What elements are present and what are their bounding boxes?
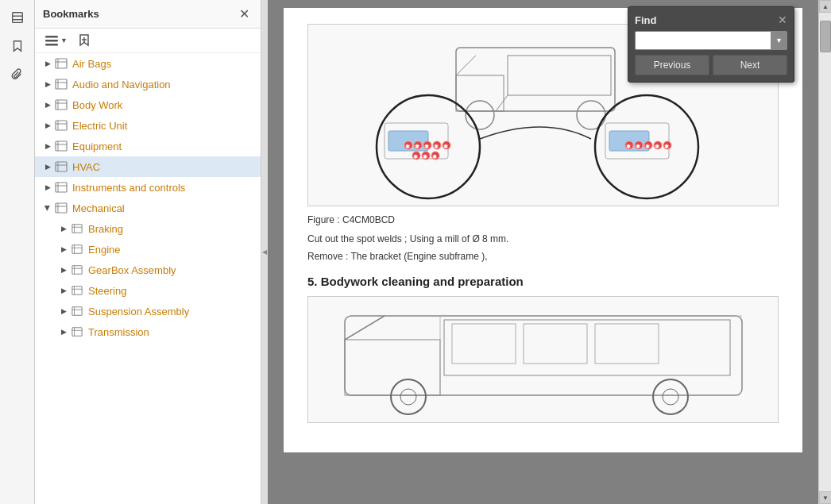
svg-rect-41	[72, 287, 82, 295]
tree-arrow-mechanical: ▶	[41, 202, 54, 214]
svg-point-96	[391, 379, 426, 414]
sidebar-label-audio: Audio and Navigation	[72, 79, 171, 90]
bookmark-panel-icon[interactable]	[6, 35, 29, 57]
svg-rect-26	[56, 183, 67, 192]
sidebar-label-engine: Engine	[88, 244, 120, 256]
bookmark-add-button[interactable]	[74, 32, 95, 49]
find-bar-title: Find	[635, 14, 656, 26]
sidebar-title: Bookmarks	[43, 8, 99, 20]
tree-icon-air-bags	[54, 56, 68, 71]
tree-icon-hvac	[54, 160, 68, 174]
find-dropdown-arrow: ▼	[775, 37, 783, 44]
tree-icon-mechanical	[54, 201, 68, 215]
svg-rect-8	[56, 59, 67, 68]
svg-line-56	[456, 56, 476, 75]
sidebar-item-gearbox[interactable]: ▶ GearBox Assembly	[51, 260, 261, 280]
tree-icon-braking	[70, 221, 84, 236]
svg-line-91	[345, 316, 385, 340]
tree-arrow-gearbox: ▶	[57, 264, 70, 276]
find-bar-close-button[interactable]: ✕	[778, 13, 787, 26]
scroll-up-button[interactable]: ▲	[819, 0, 831, 13]
sidebar-item-suspension[interactable]: ▶ Suspension Assembly	[51, 301, 261, 321]
tree-icon-engine	[70, 242, 84, 256]
svg-rect-51	[456, 75, 504, 111]
layers-icon[interactable]	[6, 6, 29, 29]
svg-rect-94	[524, 324, 587, 364]
sidebar-item-body-work[interactable]: ▶ Body Work	[35, 94, 261, 115]
svg-rect-3	[45, 36, 58, 38]
sidebar-item-electric-unit[interactable]: ▶ Electric Unit	[35, 115, 261, 136]
doc-text-line2: Remove : The bracket (Engine subframe ),	[307, 249, 779, 264]
sidebar-item-mechanical[interactable]: ▶ Mechanical	[35, 198, 261, 218]
find-previous-button[interactable]: Previous	[635, 55, 709, 75]
sidebar-item-air-bags[interactable]: ▶ Air Bags	[35, 53, 261, 74]
sidebar-item-equipment[interactable]: ▶ Equipment	[35, 136, 261, 156]
svg-rect-17	[56, 121, 67, 130]
scrollbar-track[interactable]	[819, 13, 831, 491]
sidebar-panel: Bookmarks ✕ ▼ ▶ Ai	[35, 0, 261, 504]
sidebar-item-instruments[interactable]: ▶ Instruments and controls	[35, 177, 261, 198]
technical-drawing-svg-2	[321, 300, 766, 419]
tree-arrow-instruments: ▶	[41, 181, 54, 194]
svg-rect-95	[595, 324, 659, 364]
doc-text-line1: Cut out the spot welds ; Using a mill of…	[307, 232, 779, 246]
tree-arrow-transmission: ▶	[57, 325, 70, 338]
svg-rect-90	[345, 340, 440, 395]
find-bar-buttons: Previous Next	[635, 55, 787, 75]
tree-icon-suspension	[70, 304, 84, 318]
tree-arrow-braking: ▶	[57, 222, 70, 235]
svg-rect-14	[56, 100, 67, 110]
svg-text:✱: ✱	[664, 144, 669, 149]
svg-rect-29	[56, 203, 67, 213]
find-bar-header: Find ✕	[635, 13, 787, 26]
svg-rect-52	[508, 56, 611, 95]
sidebar-splitter[interactable]	[261, 0, 268, 504]
sidebar-close-button[interactable]: ✕	[236, 5, 253, 23]
sidebar-item-transmission[interactable]: ▶ Transmission	[51, 321, 261, 342]
sidebar-item-hvac[interactable]: ▶ HVAC	[35, 156, 261, 177]
view-options-button[interactable]: ▼	[41, 33, 71, 48]
svg-text:✱: ✱	[434, 144, 439, 149]
tree-icon-audio	[54, 77, 68, 91]
scroll-down-arrow: ▼	[822, 494, 829, 502]
tree-icon-instruments	[54, 180, 68, 194]
find-next-button[interactable]: Next	[713, 55, 787, 75]
svg-point-98	[653, 379, 688, 414]
svg-rect-32	[72, 225, 82, 233]
sidebar-item-audio-navigation[interactable]: ▶ Audio and Navigation	[35, 74, 261, 94]
svg-rect-11	[56, 79, 67, 89]
scrollbar-thumb[interactable]	[820, 21, 831, 52]
tree-arrow-suspension: ▶	[57, 305, 70, 317]
sidebar-toolbar: ▼	[35, 29, 261, 53]
tree-arrow-equipment: ▶	[41, 140, 54, 152]
scroll-down-button[interactable]: ▼	[819, 491, 831, 504]
find-input[interactable]	[635, 31, 771, 50]
tree-icon-electric	[54, 118, 68, 133]
tree-icon-transmission	[70, 325, 84, 339]
tree-arrow-electric: ▶	[41, 119, 54, 132]
sidebar-item-engine[interactable]: ▶ Engine	[51, 239, 261, 260]
right-scrollbar: ▲ ▼	[818, 0, 831, 504]
tree-icon-body-work	[54, 98, 68, 112]
figure-image-bottom	[307, 296, 779, 423]
svg-text:✱: ✱	[432, 154, 437, 160]
sidebar-label-suspension: Suspension Assembly	[88, 306, 189, 317]
svg-text:✱: ✱	[655, 144, 659, 149]
sidebar-item-steering[interactable]: ▶ Steering	[51, 280, 261, 301]
sidebar-label-braking: Braking	[88, 223, 123, 235]
sidebar-item-braking[interactable]: ▶ Braking	[51, 218, 261, 239]
sidebar-content: ▶ Air Bags ▶ Audio and Navigation ▶ Body…	[35, 53, 261, 504]
svg-rect-50	[456, 48, 615, 111]
find-dropdown-button[interactable]: ▼	[771, 31, 787, 50]
svg-line-55	[496, 95, 508, 111]
svg-text:✱: ✱	[413, 154, 418, 160]
tree-icon-equipment	[54, 139, 68, 153]
view-options-arrow: ▼	[60, 37, 68, 44]
tree-arrow-steering: ▶	[57, 284, 70, 297]
tree-icon-steering	[70, 283, 84, 298]
attachment-icon[interactable]	[6, 63, 29, 86]
tree-arrow-body-work: ▶	[41, 98, 54, 111]
tree-arrow-audio: ▶	[41, 78, 54, 90]
svg-text:✱: ✱	[626, 144, 631, 149]
svg-point-54	[577, 101, 605, 129]
